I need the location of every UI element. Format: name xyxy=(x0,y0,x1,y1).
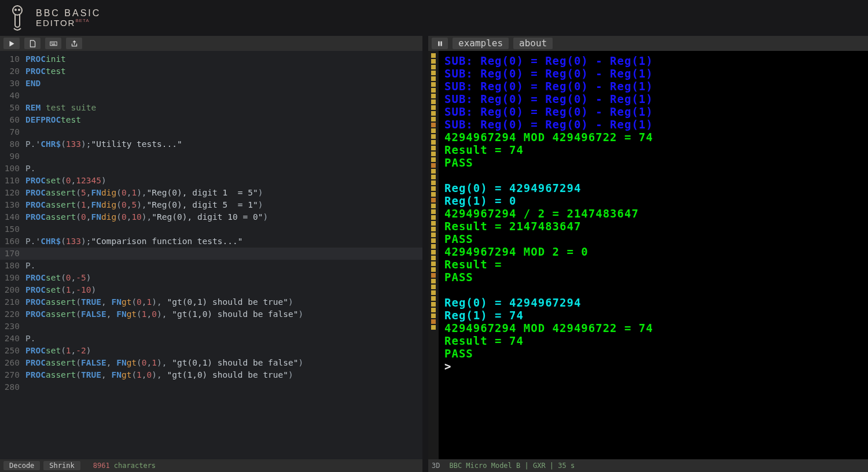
cassette-segment xyxy=(431,59,436,64)
svg-rect-8 xyxy=(438,41,439,46)
cassette-segment xyxy=(431,169,436,174)
screen-line: 4294967294 MOD 429496722 = 74 xyxy=(444,322,862,334)
screen-line xyxy=(444,169,862,182)
code-body[interactable]: PROCinitPROCtestEND REM test suiteDEFPRO… xyxy=(25,51,422,459)
line-number: 210 xyxy=(0,296,25,308)
code-line[interactable]: P. xyxy=(25,163,422,175)
char-count: 8961 characters xyxy=(84,462,156,470)
code-line[interactable]: PROCassert(TRUE, FNgt(1,0), "gt(1,0) sho… xyxy=(25,369,422,381)
code-line[interactable]: PROCassert(FALSE, FNgt(0,1), "gt(0,1) sh… xyxy=(25,357,422,369)
emulator-screen[interactable]: SUB: Reg(0) = Reg(0) - Reg(1)SUB: Reg(0)… xyxy=(439,51,868,459)
share-button[interactable] xyxy=(66,38,82,49)
cassette-segment xyxy=(431,279,436,283)
line-number: 140 xyxy=(0,211,25,223)
app-title-line2: EDITOR xyxy=(36,18,75,28)
cassette-segment xyxy=(431,296,436,301)
pause-button[interactable] xyxy=(432,38,448,49)
svg-point-2 xyxy=(18,9,20,11)
cassette-segment xyxy=(431,290,436,295)
line-number: 230 xyxy=(0,320,25,333)
cassette-segment xyxy=(431,53,436,58)
line-number: 200 xyxy=(0,284,25,296)
new-file-button[interactable] xyxy=(24,38,41,49)
emulator-footer: 3D BBC Micro Model B | GXR | 35 s xyxy=(428,459,868,472)
svg-rect-4 xyxy=(51,42,52,43)
keyboard-button[interactable] xyxy=(45,38,61,49)
cassette-segment xyxy=(431,204,436,208)
examples-button[interactable]: examples xyxy=(453,38,509,49)
line-number: 160 xyxy=(0,235,25,248)
cassette-segment xyxy=(431,99,436,104)
cassette-strip xyxy=(428,51,439,459)
code-line[interactable]: PROCset(0,-5) xyxy=(25,272,422,284)
cassette-segment xyxy=(431,88,436,93)
screen-line: SUB: Reg(0) = Reg(0) - Reg(1) xyxy=(444,80,862,93)
screen-line: SUB: Reg(0) = Reg(0) - Reg(1) xyxy=(444,54,862,67)
editor-pane: 1020304050607080901001101201301401501601… xyxy=(0,36,422,472)
code-line[interactable]: REM test suite xyxy=(25,102,422,114)
code-line[interactable]: END xyxy=(25,78,422,90)
code-line[interactable]: P. xyxy=(25,333,422,345)
line-number: 150 xyxy=(0,223,25,235)
code-line[interactable]: PROCassert(0,FNdig(0,10),"Reg(0), digit … xyxy=(25,211,422,223)
cassette-segment xyxy=(431,261,436,266)
screen-line: Result = xyxy=(444,258,862,271)
screen-line: Result = 2147483647 xyxy=(444,220,862,233)
cassette-segment xyxy=(431,250,436,255)
line-number: 60 xyxy=(0,114,25,126)
cassette-segment xyxy=(431,157,436,162)
shrink-button[interactable]: Shrink xyxy=(43,461,80,470)
code-line[interactable]: PROCassert(1,FNdig(0,5),"Reg(0), digit 5… xyxy=(25,199,422,211)
cassette-segment xyxy=(431,128,436,133)
code-line[interactable]: PROCassert(TRUE, FNgt(0,1), "gt(0,1) sho… xyxy=(25,296,422,308)
line-number: 30 xyxy=(0,78,25,90)
code-line[interactable] xyxy=(25,381,422,393)
code-line[interactable] xyxy=(25,90,422,102)
owl-logo-icon xyxy=(9,4,25,32)
code-line[interactable]: PROCassert(5,FNdig(0,1),"Reg(0), digit 1… xyxy=(25,187,422,199)
cassette-segment xyxy=(431,308,436,312)
cassette-segment xyxy=(431,123,436,127)
cassette-segment xyxy=(431,314,436,318)
code-line[interactable] xyxy=(25,126,422,138)
line-number: 120 xyxy=(0,187,25,199)
screen-line: PASS xyxy=(444,233,862,245)
code-editor[interactable]: 1020304050607080901001101201301401501601… xyxy=(0,51,422,459)
code-line[interactable] xyxy=(25,150,422,163)
code-line[interactable]: P.'CHR$(133);"Comparison function tests.… xyxy=(25,235,422,248)
about-button[interactable]: about xyxy=(513,38,553,49)
code-line[interactable]: PROCinit xyxy=(25,53,422,65)
code-line[interactable]: P. xyxy=(25,260,422,272)
decode-button[interactable]: Decode xyxy=(3,461,40,470)
code-line[interactable] xyxy=(25,320,422,333)
line-number: 170 xyxy=(0,248,25,260)
cassette-segment xyxy=(431,256,436,260)
cassette-segment xyxy=(431,82,436,87)
code-line[interactable]: PROCset(1,-2) xyxy=(25,345,422,357)
cassette-segment xyxy=(431,163,436,168)
cassette-segment xyxy=(431,105,436,110)
cassette-segment xyxy=(431,302,436,307)
code-line[interactable] xyxy=(25,248,422,260)
screen-line: SUB: Reg(0) = Reg(0) - Reg(1) xyxy=(444,93,862,105)
line-number: 220 xyxy=(0,308,25,320)
code-line[interactable] xyxy=(25,223,422,235)
code-line[interactable]: PROCset(0,12345) xyxy=(25,175,422,187)
cassette-segment xyxy=(431,117,436,121)
code-line[interactable]: DEFPROCtest xyxy=(25,114,422,126)
cassette-segment xyxy=(431,198,436,202)
svg-rect-5 xyxy=(52,42,53,43)
screen-line: > xyxy=(444,360,862,373)
line-number: 40 xyxy=(0,90,25,102)
editor-footer: Decode Shrink 8961 characters xyxy=(0,459,422,472)
code-line[interactable]: P.'CHR$(133);"Utility tests..." xyxy=(25,138,422,150)
mode-label[interactable]: 3D xyxy=(432,462,440,470)
run-button[interactable] xyxy=(3,38,20,49)
code-line[interactable]: PROCtest xyxy=(25,65,422,78)
status-text: BBC Micro Model B | GXR | 35 s xyxy=(449,462,575,470)
svg-rect-3 xyxy=(50,42,56,46)
line-number: 50 xyxy=(0,102,25,114)
code-line[interactable]: PROCset(1,-10) xyxy=(25,284,422,296)
code-line[interactable]: PROCassert(FALSE, FNgt(1,0), "gt(1,0) sh… xyxy=(25,308,422,320)
cassette-segment xyxy=(431,267,436,272)
